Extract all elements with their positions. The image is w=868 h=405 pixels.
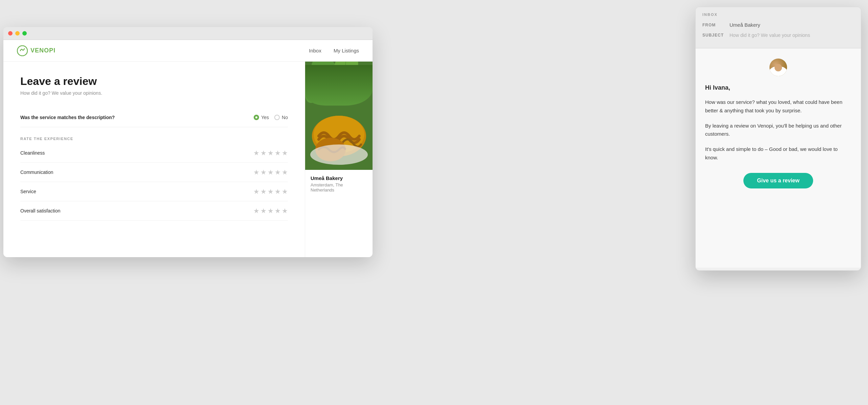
review-title: Leave a review (20, 75, 288, 88)
star-5[interactable]: ★ (282, 168, 288, 176)
service-label: Service (20, 189, 36, 194)
logo: VENOPI (17, 45, 56, 56)
yes-option[interactable]: Yes (254, 115, 269, 120)
yes-label: Yes (261, 115, 269, 120)
bakery-name: Umeå Bakery (311, 175, 367, 181)
from-field: FROM Umeå Bakery (702, 22, 854, 28)
review-subtitle: How did it go? We value your opinions. (20, 90, 288, 96)
from-key: FROM (702, 23, 729, 27)
email-panel: INBOX FROM Umeå Bakery SUBJECT How did i… (695, 7, 861, 271)
star-2[interactable]: ★ (260, 207, 267, 215)
from-value: Umeå Bakery (729, 22, 760, 28)
star-3[interactable]: ★ (268, 207, 274, 215)
star-4[interactable]: ★ (275, 168, 281, 176)
star-3[interactable]: ★ (268, 187, 274, 196)
star-1[interactable]: ★ (253, 207, 259, 215)
svg-point-12 (310, 144, 368, 165)
maximize-dot[interactable] (22, 31, 27, 36)
yes-no-group: Yes No (254, 115, 288, 120)
star-2[interactable]: ★ (260, 187, 267, 196)
star-1[interactable]: ★ (253, 149, 259, 157)
svg-point-2 (306, 62, 345, 99)
question-label: Was the service matches the description? (20, 115, 115, 120)
service-stars[interactable]: ★ ★ ★ ★ ★ (253, 187, 288, 196)
sender-avatar (769, 59, 787, 76)
subject-key: SUBJECT (702, 33, 729, 38)
subject-value: How did it go? We value your opinions (729, 32, 810, 38)
star-4[interactable]: ★ (275, 149, 281, 157)
browser-window: VENOPI Inbox My Listings Leave a review … (3, 27, 373, 257)
main-area: Leave a review How did it go? We value y… (3, 62, 373, 257)
email-greeting: Hi Ivana, (705, 84, 851, 91)
star-5[interactable]: ★ (282, 207, 288, 215)
bakery-info: Umeå Bakery Amsterdam, The Netherlands (305, 170, 373, 198)
inbox-label: INBOX (702, 13, 854, 17)
minimize-dot[interactable] (15, 31, 20, 36)
communication-label: Communication (20, 170, 53, 175)
svg-line-8 (344, 62, 346, 87)
bakery-location: Amsterdam, The Netherlands (311, 182, 367, 193)
email-para-1: How was our service? what you loved, wha… (705, 98, 851, 115)
star-4[interactable]: ★ (275, 207, 281, 215)
communication-row: Communication ★ ★ ★ ★ ★ (20, 163, 288, 182)
logo-icon (17, 45, 28, 56)
cleanliness-stars[interactable]: ★ ★ ★ ★ ★ (253, 149, 288, 157)
star-3[interactable]: ★ (268, 149, 274, 157)
service-row: Service ★ ★ ★ ★ ★ (20, 182, 288, 201)
nav-my-listings[interactable]: My Listings (334, 48, 359, 53)
star-2[interactable]: ★ (260, 168, 267, 176)
nav-inbox[interactable]: Inbox (309, 48, 321, 53)
overall-stars[interactable]: ★ ★ ★ ★ ★ (253, 207, 288, 215)
rate-section-label: RATE THE EXPERIENCE (20, 137, 288, 141)
email-header: INBOX FROM Umeå Bakery SUBJECT How did i… (696, 7, 861, 48)
browser-titlebar (3, 27, 373, 40)
bakery-image (305, 62, 373, 170)
app-nav: VENOPI Inbox My Listings (3, 40, 373, 62)
svg-point-0 (17, 46, 27, 56)
yes-radio[interactable] (254, 115, 259, 120)
email-para-2: By leaving a review on Venopi, you'll be… (705, 122, 851, 139)
cleanliness-label: Cleanliness (20, 150, 45, 156)
svg-point-5 (305, 71, 330, 106)
star-5[interactable]: ★ (282, 187, 288, 196)
logo-text: VENOPI (30, 47, 56, 54)
overall-label: Overall satisfaction (20, 208, 60, 213)
no-option[interactable]: No (274, 115, 288, 120)
svg-point-4 (350, 64, 373, 100)
close-dot[interactable] (8, 31, 13, 36)
service-description-row: Was the service matches the description?… (20, 108, 288, 127)
overall-row: Overall satisfaction ★ ★ ★ ★ ★ (20, 201, 288, 221)
star-2[interactable]: ★ (260, 149, 267, 157)
email-body: Hi Ivana, How was our service? what you … (696, 48, 861, 268)
svg-point-6 (331, 64, 347, 92)
review-panel: Leave a review How did it go? We value y… (3, 62, 305, 257)
avatar-image (769, 59, 787, 76)
give-review-button[interactable]: Give us a review (743, 173, 813, 188)
star-4[interactable]: ★ (275, 187, 281, 196)
bakery-image-svg (305, 62, 373, 170)
browser-content: VENOPI Inbox My Listings Leave a review … (3, 40, 373, 257)
email-para-3: It's quick and simple to do – Good or ba… (705, 145, 851, 162)
communication-stars[interactable]: ★ ★ ★ ★ ★ (253, 168, 288, 176)
subject-field: SUBJECT How did it go? We value your opi… (702, 32, 854, 38)
bakery-card: Umeå Bakery Amsterdam, The Netherlands (305, 62, 373, 257)
cleanliness-row: Cleanliness ★ ★ ★ ★ ★ (20, 143, 288, 163)
no-label: No (282, 115, 288, 120)
star-1[interactable]: ★ (253, 187, 259, 196)
star-5[interactable]: ★ (282, 149, 288, 157)
no-radio[interactable] (274, 115, 280, 120)
nav-links: Inbox My Listings (309, 48, 359, 53)
svg-point-3 (330, 62, 362, 89)
star-3[interactable]: ★ (268, 168, 274, 176)
star-1[interactable]: ★ (253, 168, 259, 176)
